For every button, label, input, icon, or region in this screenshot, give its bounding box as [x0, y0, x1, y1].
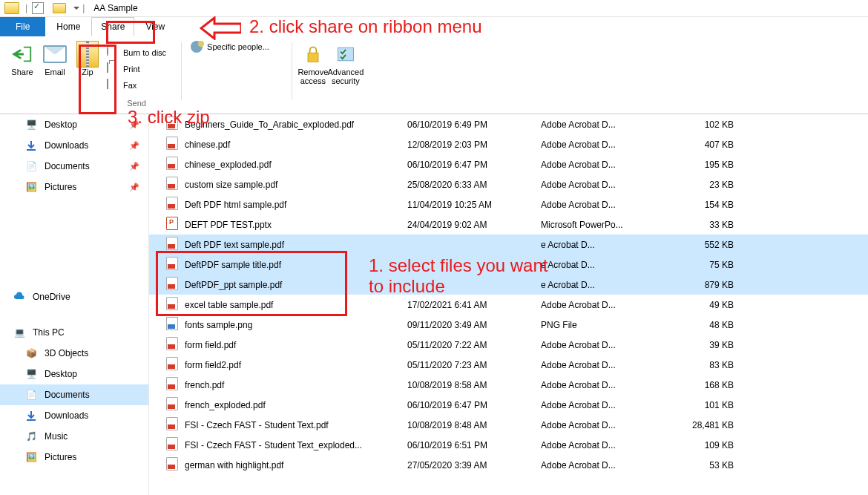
file-row[interactable]: DeftPDF_ppt sample.pdfe Acrobat D...879 …	[149, 275, 868, 295]
tab-file[interactable]: File	[0, 17, 45, 36]
pc-icon: 💻	[13, 327, 25, 338]
file-name: form field2.pdf	[185, 360, 407, 370]
pdf-icon	[165, 437, 179, 453]
nav-downloads[interactable]: Downloads📌	[0, 135, 148, 156]
pdf-icon	[165, 137, 179, 152]
file-row[interactable]: Deft PDF text sample.pdfe Acrobat D...55…	[149, 235, 868, 255]
tab-home[interactable]: Home	[47, 17, 90, 36]
file-row[interactable]: form field.pdf05/11/2020 7:22 AMAdobe Ac…	[149, 335, 868, 355]
nav-this-pc[interactable]: 💻This PC	[0, 322, 148, 343]
print-icon	[107, 63, 119, 75]
fax-label: Fax	[123, 81, 137, 90]
file-name: fonts sample.png	[185, 320, 407, 330]
share-icon	[10, 42, 34, 66]
folder-icon[interactable]	[53, 3, 66, 13]
pdf-icon	[165, 257, 179, 272]
file-size: 83 KB	[660, 360, 734, 370]
file-row[interactable]: french.pdf10/08/2019 8:58 AMAdobe Acroba…	[149, 375, 868, 395]
file-row[interactable]: DEFT PDF TEST.pptx24/04/2019 9:02 AMMicr…	[149, 214, 868, 235]
nav-documents2[interactable]: 📄Documents	[0, 384, 148, 405]
nav-pictures2[interactable]: 🖼️Pictures	[0, 447, 148, 468]
document-icon: 📄	[25, 389, 37, 401]
nav-label: Downloads	[45, 140, 88, 151]
tab-share[interactable]: Share	[91, 17, 134, 36]
nav-onedrive[interactable]: OneDrive	[0, 286, 148, 307]
file-type: Adobe Acrobat D...	[541, 340, 660, 350]
pdf-icon	[165, 117, 179, 132]
advanced-security-button[interactable]: Advanced security	[329, 39, 362, 85]
file-name: Deft PDF html sample.pdf	[185, 200, 407, 210]
file-list[interactable]: Beginners_Guide_To_Arabic_exploded.pdf06…	[149, 114, 868, 495]
file-type: e Acrobat D...	[541, 240, 660, 250]
ribbon-panel: Share Email Zip Burn to disc Print Fax S…	[0, 36, 868, 114]
nav-desktop2[interactable]: 🖥️Desktop	[0, 364, 148, 384]
zip-button[interactable]: Zip	[71, 39, 104, 76]
file-name: DEFT PDF TEST.pptx	[185, 220, 407, 230]
zip-icon	[76, 42, 99, 66]
ribbon-tabs: File Home Share View	[0, 17, 868, 36]
nav-music[interactable]: 🎵Music	[0, 426, 148, 447]
file-row[interactable]: excel table sample.pdf17/02/2021 6:41 AM…	[149, 295, 868, 315]
file-type: Adobe Acrobat D...	[541, 300, 660, 310]
pdf-icon	[165, 237, 179, 252]
remove-access-label: Remove access	[297, 68, 329, 85]
file-row[interactable]: FSI - Czech FAST - Student Text_exploded…	[149, 435, 868, 455]
file-type: Adobe Acrobat D...	[541, 400, 660, 410]
specific-people-button[interactable]: Specific people...	[186, 39, 281, 54]
nav-downloads2[interactable]: Downloads	[0, 405, 148, 426]
nav-label: 3D Objects	[45, 348, 88, 358]
nav-label: Downloads	[45, 410, 88, 421]
file-row[interactable]: Beginners_Guide_To_Arabic_exploded.pdf06…	[149, 114, 868, 134]
file-type: Adobe Acrobat D...	[541, 180, 660, 190]
file-type: Adobe Acrobat D...	[541, 360, 660, 370]
navigation-pane: 🖥️Desktop📌 Downloads📌 📄Documents📌 🖼️Pict…	[0, 114, 149, 495]
file-row[interactable]: custom size sample.pdf25/08/2020 6:33 AM…	[149, 174, 868, 194]
file-row[interactable]: FSI - Czech FAST - Student Text.pdf10/08…	[149, 415, 868, 435]
email-label: Email	[45, 68, 65, 76]
file-row[interactable]: Deft PDF html sample.pdf11/04/2019 10:25…	[149, 194, 868, 214]
email-button[interactable]: Email	[39, 39, 71, 76]
file-type: e Acrobat D...	[541, 260, 660, 270]
file-size: 28,481 KB	[660, 420, 734, 430]
file-row[interactable]: fonts sample.png09/11/2020 3:49 AMPNG Fi…	[149, 315, 868, 335]
burn-to-disc-button[interactable]: Burn to disc	[102, 45, 171, 60]
chevron-down-icon[interactable]	[73, 7, 79, 10]
file-row[interactable]: french_exploded.pdf06/10/2019 6:47 PMAdo…	[149, 395, 868, 415]
fax-button[interactable]: Fax	[102, 78, 171, 93]
tab-view[interactable]: View	[136, 17, 174, 36]
pdf-icon	[165, 177, 179, 192]
file-row[interactable]: german with highlight.pdf27/05/2020 3:39…	[149, 455, 868, 475]
pdf-icon	[165, 297, 179, 312]
file-type: Adobe Acrobat D...	[541, 140, 660, 150]
nav-desktop[interactable]: 🖥️Desktop📌	[0, 114, 148, 135]
file-date: 10/08/2019 8:48 AM	[407, 420, 541, 430]
checklist-icon	[334, 42, 358, 66]
file-row[interactable]: form field2.pdf05/11/2020 7:23 AMAdobe A…	[149, 355, 868, 375]
file-date: 10/08/2019 8:58 AM	[407, 380, 541, 390]
file-type: Adobe Acrobat D...	[541, 460, 660, 471]
share-button[interactable]: Share	[6, 39, 39, 76]
nav-3d-objects[interactable]: 📦3D Objects	[0, 343, 148, 364]
remove-access-button[interactable]: Remove access	[297, 39, 329, 85]
file-row[interactable]: chinese.pdf12/08/2019 2:03 PMAdobe Acrob…	[149, 134, 868, 154]
nav-documents[interactable]: 📄Documents📌	[0, 156, 148, 177]
send-group-label: Send	[102, 99, 171, 108]
pin-icon: 📌	[129, 120, 139, 130]
people-icon	[191, 41, 203, 53]
nav-pictures[interactable]: 🖼️Pictures📌	[0, 177, 148, 197]
nav-label: Pictures	[45, 182, 76, 192]
file-size: 195 KB	[660, 160, 734, 170]
desktop-icon: 🖥️	[25, 368, 37, 380]
file-row[interactable]: DeftPDF sample title.pdfe Acrobat D...75…	[149, 255, 868, 275]
file-date: 24/04/2019 9:02 AM	[407, 220, 541, 230]
burn-label: Burn to disc	[123, 48, 166, 57]
send-group: Burn to disc Print Fax Send	[102, 39, 171, 108]
file-size: 101 KB	[660, 400, 734, 410]
print-label: Print	[123, 65, 140, 73]
email-icon	[43, 42, 67, 66]
properties-icon[interactable]	[32, 2, 44, 14]
fax-icon	[107, 79, 119, 91]
file-row[interactable]: chinese_exploded.pdf06/10/2019 6:47 PMAd…	[149, 154, 868, 174]
print-button[interactable]: Print	[102, 62, 171, 76]
file-size: 75 KB	[660, 260, 734, 270]
